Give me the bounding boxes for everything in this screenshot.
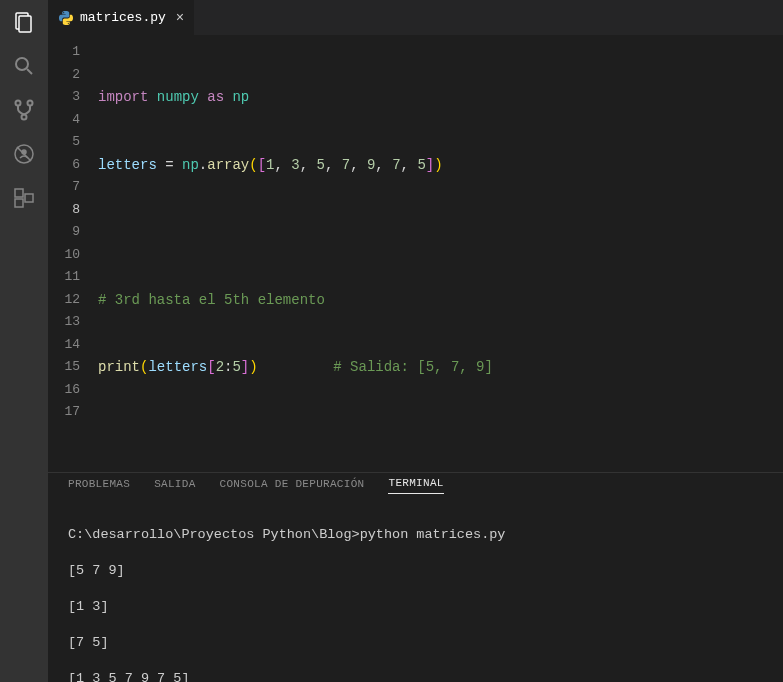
explorer-icon[interactable] [12, 10, 36, 34]
panel-tab-terminal[interactable]: TERMINAL [388, 473, 443, 494]
svg-point-9 [22, 150, 26, 154]
svg-point-2 [16, 58, 28, 70]
search-icon[interactable] [12, 54, 36, 78]
svg-point-4 [16, 101, 21, 106]
terminal-line: [1 3 5 7 9 7 5] [68, 670, 763, 682]
tab-bar: matrices.py × [48, 0, 783, 35]
svg-rect-11 [15, 199, 23, 207]
source-control-icon[interactable] [12, 98, 36, 122]
extensions-icon[interactable] [12, 186, 36, 210]
editor-area[interactable]: 1 2 3 4 5 6 7 8 9 10 11 12 13 14 15 16 1… [48, 35, 783, 472]
panel-tab-bar: PROBLEMAS SALIDA CONSOLA DE DEPURACIÓN T… [48, 473, 783, 494]
bottom-panel: PROBLEMAS SALIDA CONSOLA DE DEPURACIÓN T… [48, 472, 783, 682]
terminal-output[interactable]: C:\desarrollo\Proyectos Python\Blog>pyth… [48, 494, 783, 682]
svg-rect-12 [25, 194, 33, 202]
main-area: matrices.py × 1 2 3 4 5 6 7 8 9 10 11 12… [48, 0, 783, 682]
svg-line-3 [27, 69, 32, 74]
line-number-gutter: 1 2 3 4 5 6 7 8 9 10 11 12 13 14 15 16 1… [48, 35, 98, 472]
code-content[interactable]: import numpy as np letters = np.array([1… [98, 35, 783, 472]
tab-filename: matrices.py [80, 10, 166, 25]
svg-point-6 [22, 115, 27, 120]
debug-icon[interactable] [12, 142, 36, 166]
panel-tab-problems[interactable]: PROBLEMAS [68, 474, 130, 494]
panel-tab-debug-console[interactable]: CONSOLA DE DEPURACIÓN [220, 474, 365, 494]
close-icon[interactable]: × [176, 10, 184, 26]
terminal-line: [5 7 9] [68, 562, 763, 580]
tab-matrices[interactable]: matrices.py × [48, 0, 195, 35]
python-file-icon [58, 10, 74, 26]
svg-point-5 [28, 101, 33, 106]
terminal-line: C:\desarrollo\Proyectos Python\Blog>pyth… [68, 526, 763, 544]
terminal-line: [7 5] [68, 634, 763, 652]
terminal-line: [1 3] [68, 598, 763, 616]
svg-rect-1 [19, 16, 31, 32]
panel-tab-output[interactable]: SALIDA [154, 474, 195, 494]
svg-rect-10 [15, 189, 23, 197]
activity-bar [0, 0, 48, 682]
